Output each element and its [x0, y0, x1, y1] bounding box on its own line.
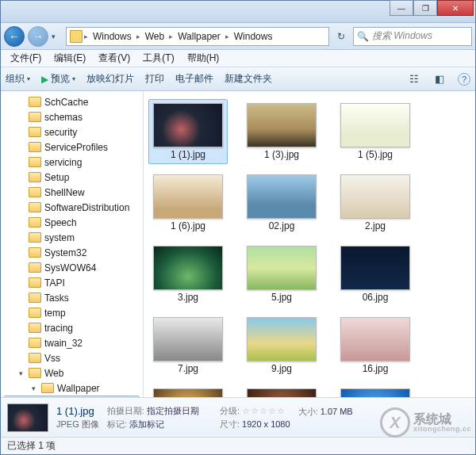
organize-button[interactable]: 组织 ▾: [6, 72, 30, 86]
breadcrumb-sep: ▸: [84, 32, 88, 40]
file-item[interactable]: 7.jpg: [148, 313, 228, 378]
file-item[interactable]: 1 (6).jpg: [148, 170, 228, 235]
tree-item[interactable]: ▸Speech: [1, 215, 143, 230]
tree-item[interactable]: ▸tracing: [1, 320, 143, 335]
slideshow-button[interactable]: 放映幻灯片: [86, 72, 134, 86]
tree-item[interactable]: ▸SysWOW64: [1, 260, 143, 275]
thumbnail: [340, 103, 410, 147]
back-button[interactable]: ←: [4, 26, 25, 47]
refresh-button[interactable]: ↻: [332, 31, 350, 42]
maximize-button[interactable]: ❐: [413, 0, 437, 16]
tree-item[interactable]: ▾Web: [1, 365, 143, 380]
preview-button[interactable]: ▶ 预览 ▾: [41, 72, 75, 86]
breadcrumb-item[interactable]: Windows: [231, 31, 276, 42]
title-bar: — ❐ ✕: [1, 1, 475, 23]
tags-value[interactable]: 添加标记: [129, 419, 164, 429]
file-item[interactable]: 3.jpg: [148, 242, 228, 307]
file-item[interactable]: 06.jpg: [336, 242, 415, 307]
tree-item[interactable]: ▸Vss: [1, 350, 143, 365]
search-box[interactable]: 🔍 搜索 Windows: [353, 27, 472, 46]
menu-tools[interactable]: 工具(T): [136, 50, 180, 67]
breadcrumb-item[interactable]: Windows: [90, 31, 135, 42]
tree-item[interactable]: ▸Setup: [1, 170, 143, 185]
chevron-down-icon: ▾: [27, 75, 30, 82]
file-label: 2.jpg: [365, 220, 386, 231]
file-item[interactable]: 16.jpg: [336, 313, 415, 378]
tree-item-label: SoftwareDistribution: [44, 202, 129, 213]
new-folder-button[interactable]: 新建文件夹: [225, 72, 272, 86]
expander-icon[interactable]: ▾: [29, 384, 38, 392]
tree-item-label: tracing: [44, 323, 73, 334]
file-item[interactable]: 5.jpg: [242, 242, 321, 307]
preview-pane-button[interactable]: ◧: [432, 73, 447, 85]
tree-item[interactable]: ▸servicing: [1, 155, 143, 170]
rating-label: 分级:: [220, 406, 240, 415]
tree-item-label: TAPI: [44, 277, 65, 289]
print-button[interactable]: 打印: [145, 72, 164, 86]
file-item[interactable]: 2.jpg: [336, 170, 415, 235]
tree-item[interactable]: ▸temp: [1, 305, 143, 320]
breadcrumb-sep: ▸: [169, 32, 173, 40]
menu-help[interactable]: 帮助(H): [181, 50, 226, 67]
email-button[interactable]: 电子邮件: [175, 72, 213, 86]
tree-item-label: Vss: [44, 353, 60, 364]
file-item[interactable]: 9.jpg: [242, 313, 321, 378]
menu-view[interactable]: 查看(V): [92, 50, 136, 67]
tree-item[interactable]: ▸System32: [1, 245, 143, 260]
tree-item-label: System32: [44, 247, 86, 258]
tree-item[interactable]: ▸twain_32: [1, 335, 143, 350]
organize-label: 组织: [6, 72, 25, 86]
tree-item[interactable]: ▸schemas: [1, 109, 143, 124]
size-label: 大小:: [298, 407, 318, 416]
close-button[interactable]: ✕: [437, 0, 474, 16]
help-button[interactable]: ?: [458, 73, 470, 86]
details-filetype: JPEG 图像: [56, 419, 99, 430]
tree-item[interactable]: ▾Wallpaper: [1, 380, 143, 396]
file-item[interactable]: [242, 384, 321, 397]
tree-item[interactable]: ▸system: [1, 230, 143, 245]
menu-bar: 文件(F) 编辑(E) 查看(V) 工具(T) 帮助(H): [1, 50, 475, 67]
tree-item[interactable]: ▸Tasks: [1, 290, 143, 305]
menu-edit[interactable]: 编辑(E): [48, 50, 92, 67]
breadcrumb[interactable]: ▸ Windows ▸ Web ▸ Wallpaper ▸ Windows: [66, 27, 329, 46]
folder-icon: [29, 353, 41, 363]
view-mode-button[interactable]: ☷: [407, 73, 421, 85]
rating-stars[interactable]: ☆☆☆☆☆: [242, 406, 286, 415]
tree-item-label: Speech: [44, 217, 77, 228]
file-item[interactable]: 1 (1).jpg: [148, 99, 228, 164]
expander-icon[interactable]: ▾: [17, 369, 25, 377]
nav-bar: ← → ▾ ▸ Windows ▸ Web ▸ Wallpaper ▸ Wind…: [1, 23, 475, 50]
file-item[interactable]: 1 (3).jpg: [242, 99, 321, 164]
folder-icon: [29, 97, 41, 107]
file-item[interactable]: 1 (5).jpg: [336, 99, 415, 164]
tree-item-label: Wallpaper: [57, 383, 100, 394]
tree-item[interactable]: ▸SchCache: [1, 94, 143, 109]
thumbnail: [340, 246, 410, 290]
forward-button[interactable]: →: [28, 26, 48, 47]
tree-item[interactable]: ▸SoftwareDistribution: [1, 200, 143, 215]
thumbnail: [340, 174, 410, 219]
window-controls: — ❐ ✕: [390, 0, 474, 16]
file-item[interactable]: [336, 384, 415, 397]
tree-item[interactable]: ▸ServiceProfiles: [1, 140, 143, 155]
details-filename: 1 (1).jpg: [56, 405, 99, 417]
minimize-button[interactable]: —: [390, 0, 413, 16]
file-list[interactable]: 1 (1).jpg1 (3).jpg1 (5).jpg1 (6).jpg02.j…: [144, 91, 475, 397]
folder-tree[interactable]: ▸SchCache▸schemas▸security▸ServiceProfil…: [1, 91, 144, 397]
thumbnail: [247, 103, 317, 147]
history-dropdown[interactable]: ▾: [52, 32, 63, 40]
toolbar: 组织 ▾ ▶ 预览 ▾ 放映幻灯片 打印 电子邮件 新建文件夹 ☷ ◧ ?: [1, 67, 475, 91]
tree-item[interactable]: ▸ShellNew: [1, 185, 143, 200]
breadcrumb-item[interactable]: Wallpaper: [175, 31, 224, 42]
file-item[interactable]: 02.jpg: [242, 170, 321, 235]
file-item[interactable]: [148, 384, 228, 397]
file-label: 06.jpg: [363, 292, 389, 303]
file-label: 16.jpg: [363, 363, 389, 374]
tree-item[interactable]: ▸TAPI: [1, 275, 143, 290]
menu-file[interactable]: 文件(F): [4, 50, 48, 67]
tree-item[interactable]: ▸security: [1, 124, 143, 140]
thumbnail: [153, 103, 223, 147]
breadcrumb-item[interactable]: Web: [142, 31, 167, 42]
date-value[interactable]: 指定拍摄日期: [147, 406, 199, 415]
folder-icon: [29, 292, 41, 303]
